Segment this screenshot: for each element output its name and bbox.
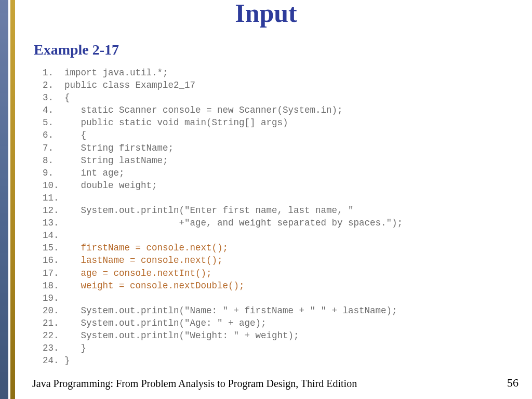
slide-title: Input <box>0 0 532 28</box>
code-block: 1. import java.util.*; 2. public class E… <box>43 66 403 367</box>
slide-subtitle: Example 2-17 <box>34 42 119 58</box>
sidebar-stripe <box>0 0 18 399</box>
sidebar-blue <box>0 0 8 399</box>
footer-text: Java Programming: From Problem Analysis … <box>32 378 357 390</box>
page-number: 56 <box>507 376 518 390</box>
slide: Input Example 2-17 1. import java.util.*… <box>0 0 532 399</box>
sidebar-gold <box>10 0 15 399</box>
